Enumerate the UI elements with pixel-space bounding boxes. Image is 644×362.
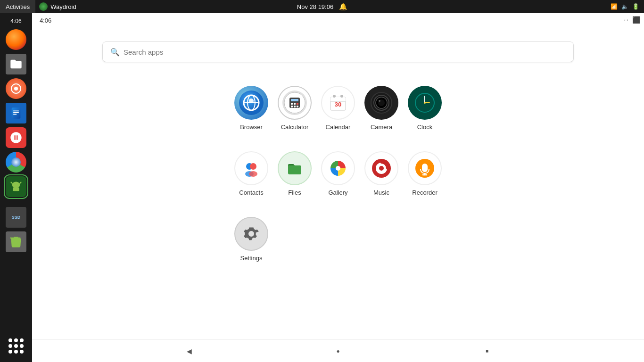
search-icon: 🔍 (110, 48, 120, 57)
app-item-contacts[interactable]: Contacts (230, 147, 273, 201)
svg-point-50 (249, 171, 257, 177)
files-label: Files (288, 189, 301, 196)
dock-item-trash[interactable] (5, 230, 27, 253)
calculator-label: Calculator (281, 123, 309, 131)
music-label: Music (373, 189, 389, 196)
files-app-icon (278, 151, 312, 185)
dock-item-appstore[interactable] (5, 126, 27, 149)
activities-button[interactable]: Activities (0, 0, 35, 13)
svg-point-34 (340, 95, 343, 98)
chrome-icon (6, 152, 26, 173)
svg-rect-60 (422, 164, 428, 172)
svg-line-9 (20, 182, 21, 183)
svg-rect-24 (294, 106, 296, 107)
waydroid-dock-icon (6, 176, 26, 197)
dock-item-ssd[interactable]: SSD (5, 206, 27, 229)
waydroid-window: ↔ ⬛ 4:06 🔍 (32, 13, 644, 362)
top-bar-right-icons: 📶 🔈 🔋 (611, 3, 644, 10)
appstore-icon (6, 127, 26, 148)
home-button[interactable]: ● (330, 343, 347, 360)
volume-icon[interactable]: 🔈 (621, 3, 628, 10)
dock-item-files[interactable] (5, 53, 27, 75)
dock-item-waydroid[interactable] (5, 175, 27, 198)
svg-rect-20 (291, 103, 293, 105)
waydroid-icon (39, 2, 48, 11)
gallery-icon (321, 151, 355, 185)
svg-point-48 (250, 163, 256, 170)
android-navbar: ◀ ● ■ (32, 339, 644, 362)
svg-point-57 (379, 166, 384, 171)
app-item-files[interactable]: Files (273, 147, 316, 201)
dock-item-firefox[interactable] (5, 28, 27, 51)
dock-item-appgrid[interactable] (5, 335, 27, 357)
dock-item-rhythmbox[interactable] (5, 77, 27, 100)
calendar-icon: 30 (321, 86, 355, 120)
svg-point-53 (336, 166, 340, 171)
contacts-label: Contacts (239, 189, 263, 196)
recorder-label: Recorder (412, 189, 437, 196)
resize-icon[interactable]: ↔ (623, 16, 629, 24)
svg-rect-21 (294, 103, 296, 105)
svg-point-64 (248, 231, 254, 237)
calendar-label: Calendar (326, 123, 351, 131)
app-area: 🔍 (32, 13, 644, 339)
svg-rect-3 (12, 107, 21, 118)
waydroid-controls: ↔ ⬛ (623, 13, 644, 26)
svg-rect-10 (13, 188, 19, 191)
settings-label: Settings (240, 255, 263, 262)
svg-point-40 (379, 100, 380, 102)
app-grid: Browser (230, 81, 446, 266)
svg-point-33 (333, 95, 336, 98)
clock-app-icon (408, 86, 442, 120)
battery-icon[interactable]: 🔋 (632, 3, 639, 10)
svg-point-15 (249, 99, 254, 103)
app-item-gallery[interactable]: Gallery (316, 147, 360, 201)
app-item-recorder[interactable]: Recorder (403, 147, 446, 201)
app-item-camera[interactable]: Camera (360, 81, 403, 135)
svg-rect-23 (291, 106, 293, 107)
svg-rect-19 (291, 99, 298, 101)
recents-button[interactable]: ■ (479, 343, 495, 360)
ssd-icon: SSD (6, 207, 26, 228)
top-bar-datetime: Nov 28 19:06 🔔 (297, 3, 347, 10)
dock-separator (7, 202, 25, 202)
music-icon (364, 151, 398, 185)
app-item-settings[interactable]: Settings (230, 212, 273, 266)
dock-item-chrome[interactable] (5, 151, 27, 173)
dot-grid (8, 338, 24, 354)
search-bar[interactable]: 🔍 (102, 41, 574, 62)
clock-label: Clock (417, 123, 433, 131)
dock-item-writer[interactable] (5, 102, 27, 124)
window-close-icon[interactable]: ⬛ (632, 16, 640, 24)
browser-label: Browser (240, 123, 263, 131)
svg-point-1 (14, 87, 18, 90)
wifi-icon[interactable]: 📶 (611, 3, 618, 10)
trash-icon (6, 231, 26, 252)
app-item-clock[interactable]: Clock (403, 81, 446, 135)
android-clock: 4:06 (40, 17, 51, 24)
bell-icon[interactable]: 🔔 (339, 3, 347, 10)
firefox-icon (6, 29, 26, 50)
waydroid-label: Waydroid (35, 2, 80, 11)
app-item-calculator[interactable]: Calculator (273, 81, 316, 135)
app-item-music[interactable]: Music (360, 147, 403, 201)
waydroid-title: Waydroid (50, 3, 76, 10)
gnome-top-bar: Activities Waydroid Nov 28 19:06 🔔 📶 🔈 🔋 (0, 0, 644, 13)
back-button[interactable]: ◀ (181, 343, 198, 360)
camera-label: Camera (371, 123, 392, 131)
gallery-label: Gallery (328, 189, 347, 196)
files-icon (6, 54, 26, 74)
writer-icon (6, 103, 26, 123)
svg-rect-22 (297, 103, 298, 105)
appgrid-icon (6, 336, 26, 356)
calculator-icon (278, 86, 312, 120)
datetime-text: Nov 28 19:06 (297, 3, 333, 10)
svg-point-7 (12, 182, 20, 189)
search-input[interactable] (124, 48, 566, 56)
dock-clock: 4:06 (10, 18, 21, 25)
recorder-icon (408, 151, 442, 185)
app-item-calendar[interactable]: 30 Calendar (316, 81, 360, 135)
app-item-browser[interactable]: Browser (230, 81, 273, 135)
dock: 4:06 (0, 13, 32, 362)
contacts-icon (234, 151, 268, 185)
